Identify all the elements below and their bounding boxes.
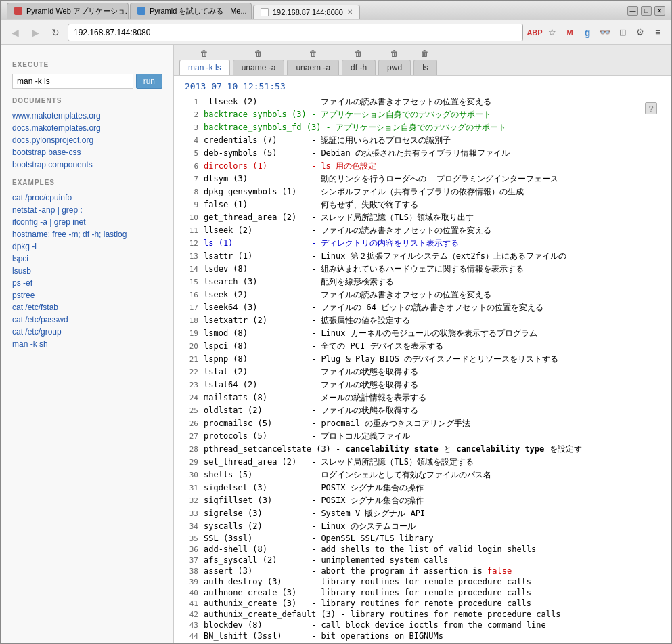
trash-icon-2[interactable]: 🗑 [309, 49, 317, 58]
result-line: 44BN_lshift (3ssl) - bit operations on B… [179, 630, 665, 641]
sidebar-link-makotemplates-docs[interactable]: docs.makotemplates.org [12, 122, 162, 134]
main-container: EXECUTE run DOCUMENTS www.makotemplates.… [1, 45, 671, 643]
result-line: 10get_thread_area (2) - スレッド局所記憶（TLS）領域を… [179, 211, 665, 224]
run-button[interactable]: run [136, 74, 162, 89]
sidebar-link-passwd[interactable]: cat /etc/passwd [12, 314, 162, 326]
trash-icon-5[interactable]: 🗑 [421, 49, 429, 58]
browser-frame: Pyramid Web アプリケーショ... ✕ Pyramid を試してみる … [0, 0, 672, 644]
pocket-icon[interactable]: ◫ [615, 25, 630, 40]
line-content: lseek (2) - ファイルの読み書きオフセットの位置を変える [204, 289, 665, 301]
line-content: procmailsc (5) - procmail の重みつきスコアリング手法 [204, 418, 665, 429]
question-icon[interactable]: ? [645, 102, 657, 114]
trash-icon-1[interactable]: 🗑 [254, 49, 263, 58]
result-line: 35SSL (3ssl) - OpenSSL SSL/TLS library [179, 533, 665, 544]
line-content: SSL (3ssl) - OpenSSL SSL/TLS library [204, 534, 665, 543]
result-line: 12ls (1) - ディレクトリの内容をリスト表示する [179, 237, 665, 250]
trash-icon-0[interactable]: 🗑 [200, 49, 208, 58]
result-line: 9false (1) - 何もせず、失敗で終了する [179, 198, 665, 211]
content-tab-1[interactable]: uname -a [233, 60, 285, 75]
line-number: 17 [179, 303, 198, 312]
sidebar-link-makotemplates-www[interactable]: www.makotemplates.org [12, 110, 162, 122]
line-number: 15 [179, 278, 198, 286]
address-bar[interactable] [68, 24, 523, 41]
content-tab-group-5: 🗑 ls [413, 49, 437, 75]
tab-3[interactable]: 192.168.87.144:8080 ✕ [253, 5, 360, 19]
adblock-icon[interactable]: ABP [527, 25, 542, 40]
sidebar-link-ps[interactable]: ps -ef [12, 277, 162, 289]
result-line: 4credentials (7) - 認証に用いられるプロセスの識別子 [179, 134, 665, 147]
sidebar-link-pylonsproject[interactable]: docs.pylonsproject.org [12, 134, 162, 146]
sidebar: EXECUTE run DOCUMENTS www.makotemplates.… [1, 45, 174, 643]
result-line: 40authnone_create (3) - library routines… [179, 587, 665, 598]
window-controls: — □ ✕ [627, 6, 665, 16]
extensions-icon[interactable]: ⚙ [633, 25, 648, 40]
line-number: 12 [179, 239, 198, 248]
glasses-icon[interactable]: 👓 [598, 25, 612, 40]
sidebar-link-ifconfig[interactable]: ifconfig -a | grep inet [12, 216, 162, 228]
minimize-button[interactable]: — [627, 6, 638, 16]
sidebar-link-lsusb[interactable]: lsusb [12, 265, 162, 277]
search-icon[interactable]: g [580, 25, 595, 40]
result-line: 1_llseek (2) - ファイルの読み書きオフセットの位置を変える [179, 95, 665, 108]
tab-label-3: 192.168.87.144:8080 [273, 8, 343, 16]
line-number: 21 [179, 355, 198, 364]
menu-icon[interactable]: ≡ [650, 25, 665, 40]
content-tab-group-4: 🗑 pwd [378, 49, 411, 75]
tab-label-2: Pyramid を試してみる - Me... [150, 6, 247, 16]
sidebar-link-dpkg[interactable]: dpkg -l [12, 240, 162, 253]
trash-icon-4[interactable]: 🗑 [390, 49, 399, 58]
line-content: authnone_create (3) - library routines f… [204, 588, 665, 597]
sidebar-link-netstat[interactable]: netstat -anp | grep : [12, 204, 162, 216]
line-content: syscalls (2) - Linux のシステムコール [204, 521, 665, 532]
tab-close-2[interactable]: ✕ [251, 7, 252, 15]
line-number: 40 [179, 588, 198, 597]
reload-button[interactable]: ↻ [47, 24, 64, 41]
content-tab-2[interactable]: unaem -a [287, 60, 339, 75]
content-tab-5[interactable]: ls [413, 60, 437, 75]
sidebar-link-hostname[interactable]: hostname; free -m; df -h; lastlog [12, 228, 162, 240]
sidebar-link-bootstrap-base[interactable]: bootstrap base-css [12, 146, 162, 158]
line-content: BN_lshift (3ssl) - bit operations on BIG… [204, 631, 665, 641]
line-content: sigrelse (3) - System V 版シグナル API [204, 508, 665, 519]
result-area[interactable]: 1_llseek (2) - ファイルの読み書きオフセットの位置を変える2bac… [174, 95, 671, 643]
result-line: 21lspnp (8) - Plug & Play BIOS のデバイスノードと… [179, 353, 665, 366]
sidebar-link-cpuinfo[interactable]: cat /proc/cpuinfo [12, 192, 162, 204]
line-number: 1 [179, 98, 198, 106]
tab-2[interactable]: Pyramid を試してみる - Me... ✕ [130, 3, 252, 19]
trash-icon-3[interactable]: 🗑 [355, 49, 363, 58]
line-content: afs_syscall (2) - unimplemented system c… [204, 555, 665, 565]
back-button[interactable]: ◀ [7, 24, 23, 41]
examples-title: EXAMPLES [12, 179, 162, 186]
line-content: lsmod (8) - Linux カーネルのモジュールの状態を表示するプログラ… [204, 328, 665, 339]
line-number: 31 [179, 484, 198, 492]
address-input[interactable] [74, 28, 517, 37]
result-line: 29set_thread_area (2) - スレッド局所記憶（TLS）領域を… [179, 456, 665, 469]
sidebar-link-group[interactable]: cat /etc/group [12, 326, 162, 338]
content-tab-0[interactable]: man -k ls [179, 60, 230, 75]
result-line: 2backtrace_symbols (3) - アプリケーション自身でのデバッ… [179, 108, 665, 121]
result-line: 17lseek64 (3) - ファイルの 64 ビットの読み書きオフセットの位… [179, 301, 665, 314]
sidebar-link-fstab[interactable]: cat /etc/fstab [12, 301, 162, 314]
line-content: lspci (8) - 全ての PCI デバイスを表示する [204, 341, 665, 352]
line-content: lstat64 (2) - ファイルの状態を取得する [204, 379, 665, 391]
tab-close-3[interactable]: ✕ [347, 8, 353, 16]
execute-input[interactable] [12, 74, 133, 89]
line-number: 13 [179, 252, 198, 261]
content-tab-4[interactable]: pwd [378, 60, 411, 75]
forward-button[interactable]: ▶ [27, 24, 43, 41]
maximize-button[interactable]: □ [641, 6, 652, 16]
line-content: pthread_setcancelstate (3) - cancelabili… [204, 444, 665, 455]
sidebar-link-man-sh[interactable]: man -k sh [12, 338, 162, 350]
line-content: auth_destroy (3) - library routines for … [204, 577, 665, 586]
tab-1[interactable]: Pyramid Web アプリケーショ... ✕ [7, 3, 129, 19]
sidebar-link-pstree[interactable]: pstree [12, 289, 162, 301]
close-button[interactable]: ✕ [654, 6, 665, 16]
result-line: 11llseek (2) - ファイルの読み書きオフセットの位置を変える [179, 224, 665, 237]
content-tab-3[interactable]: df -h [342, 60, 376, 75]
bookmark-star-icon[interactable]: ☆ [545, 25, 560, 40]
sidebar-link-bootstrap-components[interactable]: bootstrap components [12, 158, 162, 171]
line-content: shells (5) - ログインシェルとして有効なファイルのパス名 [204, 469, 665, 481]
gmail-icon[interactable]: M [562, 25, 577, 40]
sidebar-link-lspci[interactable]: lspci [12, 253, 162, 265]
line-number: 44 [179, 632, 198, 641]
